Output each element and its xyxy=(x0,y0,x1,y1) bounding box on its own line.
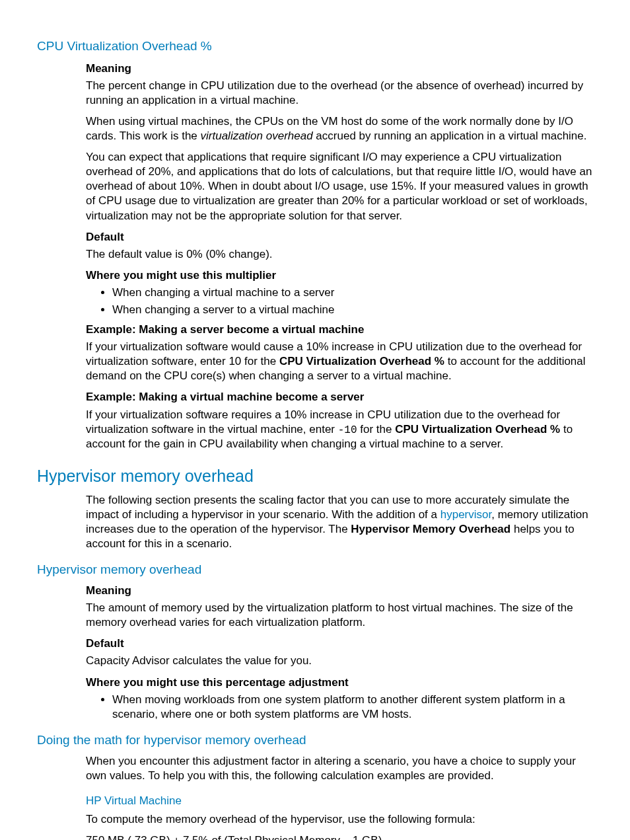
label-meaning: Meaning xyxy=(86,61,597,76)
text-fragment: accrued by running an application in a v… xyxy=(313,130,587,142)
label-example-2: Example: Making a virtual machine become… xyxy=(86,390,597,404)
text-example-2: If your virtualization software requires… xyxy=(86,408,597,452)
text-default: Capacity Advisor calculates the value fo… xyxy=(86,654,597,668)
label-meaning: Meaning xyxy=(86,584,597,598)
text-italic: virtualization overhead xyxy=(201,130,313,142)
label-default: Default xyxy=(86,636,597,651)
text-doing-math-intro: When you encounter this adjustment facto… xyxy=(86,754,597,783)
list-item: When moving workloads from one system pl… xyxy=(112,693,597,722)
list-item: When changing a server to a virtual mach… xyxy=(112,303,597,317)
heading-hypervisor-memory: Hypervisor memory overhead xyxy=(37,465,597,487)
text-meaning-p1: The percent change in CPU utilization du… xyxy=(86,79,597,108)
link-hypervisor[interactable]: hypervisor xyxy=(440,508,491,521)
text-bold: Hypervisor Memory Overhead xyxy=(351,523,510,535)
label-default: Default xyxy=(86,230,597,245)
list-where: When moving workloads from one system pl… xyxy=(86,693,597,722)
text-bold: CPU Virtualization Overhead % xyxy=(395,423,560,436)
heading-hp-virtual-machine: HP Virtual Machine xyxy=(86,794,597,808)
list-item: When changing a virtual machine to a ser… xyxy=(112,286,597,300)
section-hp-vm-body: To compute the memory overhead of the hy… xyxy=(86,812,597,840)
text-fragment: for the xyxy=(357,423,396,436)
text-example-1: If your virtualization software would ca… xyxy=(86,340,597,383)
heading-doing-math: Doing the math for hypervisor memory ove… xyxy=(37,732,597,749)
text-meaning-p2: When using virtual machines, the CPUs on… xyxy=(86,114,597,143)
text-hp-vm-formula: 750 MB (.73 GB) + 7.5% of (Total Physica… xyxy=(86,833,597,840)
section-hypervisor-sub-body: Meaning The amount of memory used by the… xyxy=(86,584,597,722)
text-hypervisor-intro: The following section presents the scali… xyxy=(86,493,597,551)
label-where: Where you might use this percentage adju… xyxy=(86,675,597,690)
text-meaning-p3: You can expect that applications that re… xyxy=(86,150,597,223)
section-hypervisor-intro: The following section presents the scali… xyxy=(86,493,597,551)
list-where: When changing a virtual machine to a ser… xyxy=(86,286,597,317)
text-hp-vm-p1: To compute the memory overhead of the hy… xyxy=(86,812,597,827)
heading-cpu-virtualization: CPU Virtualization Overhead % xyxy=(37,38,597,55)
label-example-1: Example: Making a server become a virtua… xyxy=(86,323,597,337)
section-cpu-virtualization-body: Meaning The percent change in CPU utiliz… xyxy=(86,61,597,452)
text-default: The default value is 0% (0% change). xyxy=(86,247,597,262)
label-where: Where you might use this multiplier xyxy=(86,268,597,283)
text-mono: -10 xyxy=(338,424,357,436)
text-bold: CPU Virtualization Overhead % xyxy=(279,355,444,367)
section-doing-math-body: When you encounter this adjustment facto… xyxy=(86,754,597,783)
heading-hypervisor-memory-sub: Hypervisor memory overhead xyxy=(37,562,597,578)
text-meaning: The amount of memory used by the virtual… xyxy=(86,601,597,630)
